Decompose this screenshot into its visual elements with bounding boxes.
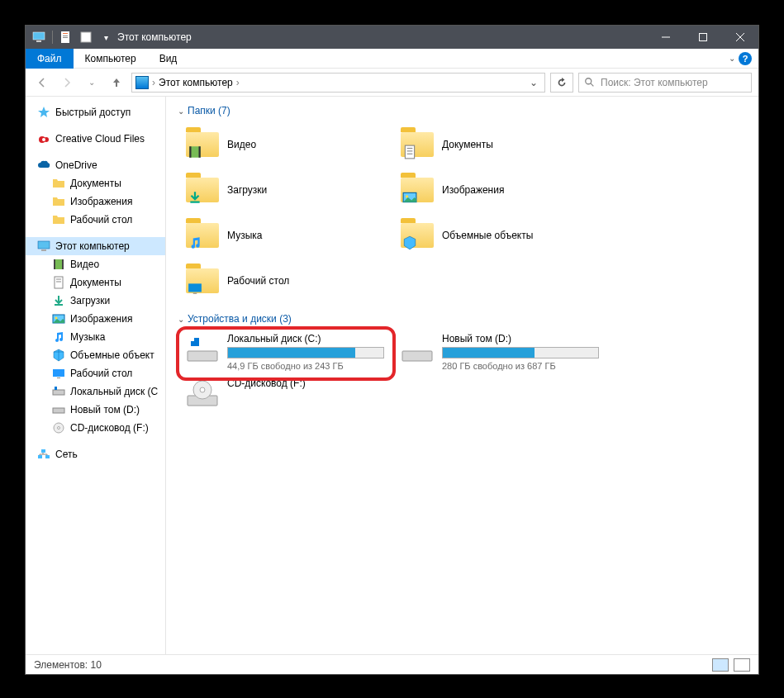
tiles-view-button[interactable] — [734, 658, 750, 672]
svg-rect-17 — [41, 249, 46, 251]
view-menu[interactable]: Вид — [148, 49, 189, 69]
ribbon-expand-icon[interactable]: ⌄ — [729, 54, 735, 63]
folder-label: Видео — [227, 139, 256, 150]
sidebar-item-label: Рабочий стол — [70, 214, 132, 226]
folder-music[interactable]: Музыка — [178, 212, 392, 258]
sidebar-item-this-pc[interactable]: Этот компьютер — [26, 237, 165, 255]
folder-videos[interactable]: Видео — [178, 121, 392, 167]
recent-dropdown[interactable]: ⌄ — [82, 73, 102, 93]
qat-dropdown-icon[interactable]: ▾ — [99, 31, 112, 44]
section-label: Устройства и диски (3) — [188, 313, 292, 325]
sidebar-item-od-desktop[interactable]: Рабочий стол — [26, 211, 165, 229]
svg-rect-21 — [55, 277, 63, 288]
section-label: Папки (7) — [188, 105, 230, 116]
sidebar-item-music[interactable]: Музыка — [26, 328, 165, 346]
svg-rect-39 — [199, 146, 201, 158]
sidebar-item-label: Сеть — [55, 449, 78, 460]
status-item-count: Элементов: 10 — [34, 659, 102, 671]
breadcrumb[interactable]: › Этот компьютер › ⌄ — [131, 73, 545, 93]
help-icon[interactable]: ? — [739, 52, 752, 65]
folder-images[interactable]: Изображения — [392, 167, 607, 212]
sidebar-item-network[interactable]: Сеть — [26, 445, 165, 463]
up-button[interactable] — [107, 73, 126, 93]
sidebar-item-label: Новый том (D:) — [70, 404, 140, 415]
svg-rect-8 — [699, 34, 706, 41]
drive-cd[interactable]: CD-дисковод (F:) — [178, 374, 392, 414]
pc-icon — [37, 240, 50, 253]
navigation-row: ⌄ › Этот компьютер › ⌄ Поиск: Этот компь… — [26, 69, 758, 97]
svg-rect-3 — [63, 33, 68, 34]
sidebar-item-quick-access[interactable]: Быстрый доступ — [26, 103, 165, 121]
svg-rect-51 — [191, 338, 194, 341]
forward-button[interactable] — [57, 73, 77, 93]
folders-section-header[interactable]: ⌄ Папки (7) — [178, 105, 747, 116]
sidebar-item-od-documents[interactable]: Документы — [26, 174, 165, 192]
sidebar-item-label: Документы — [70, 277, 121, 288]
sidebar-item-label: Изображения — [70, 196, 132, 207]
chevron-down-icon: ⌄ — [178, 107, 184, 116]
breadcrumb-dropdown-icon[interactable]: ⌄ — [526, 77, 541, 88]
qat-properties-icon[interactable] — [59, 31, 73, 44]
breadcrumb-location[interactable]: Этот компьютер — [159, 77, 233, 88]
svg-rect-5 — [63, 37, 68, 38]
drive-d[interactable]: Новый том (D:) 280 ГБ свободно из 687 ГБ — [392, 330, 607, 374]
folder-icon — [186, 264, 219, 297]
close-button[interactable] — [721, 26, 758, 49]
folder-downloads[interactable]: Загрузки — [178, 167, 392, 212]
sidebar-item-3d[interactable]: Объемные объект — [26, 346, 165, 364]
sidebar-item-documents[interactable]: Документы — [26, 273, 165, 292]
details-view-button[interactable] — [712, 658, 729, 672]
minimize-button[interactable] — [647, 26, 684, 49]
sidebar-item-drive-d[interactable]: Новый том (D:) — [26, 401, 165, 419]
sidebar-item-label: OneDrive — [55, 159, 97, 171]
svg-rect-27 — [53, 369, 64, 377]
sidebar-item-label: Видео — [70, 259, 99, 270]
sidebar-item-drive-c[interactable]: Локальный диск (C — [26, 382, 165, 401]
svg-rect-36 — [41, 449, 45, 453]
chevron-down-icon: ⌄ — [178, 315, 184, 324]
maximize-button[interactable] — [684, 26, 721, 49]
folder-label: Загрузки — [227, 184, 267, 196]
folder-label: Документы — [442, 139, 493, 150]
cube-icon — [52, 349, 65, 362]
star-icon — [37, 106, 50, 119]
statusbar: Элементов: 10 — [26, 654, 758, 674]
film-icon — [52, 258, 65, 271]
sidebar-item-onedrive[interactable]: OneDrive — [26, 156, 165, 174]
sidebar-item-label: Документы — [70, 178, 121, 189]
refresh-button[interactable] — [550, 73, 573, 93]
sidebar-item-videos[interactable]: Видео — [26, 255, 165, 273]
sidebar-item-od-images[interactable]: Изображения — [26, 192, 165, 211]
computer-menu[interactable]: Компьютер — [74, 49, 148, 69]
sidebar-item-downloads[interactable]: Загрузки — [26, 292, 165, 310]
svg-rect-48 — [193, 292, 197, 293]
svg-point-33 — [58, 427, 60, 430]
svg-rect-19 — [54, 259, 55, 269]
sidebar-item-label: Загрузки — [70, 295, 110, 306]
qat-new-icon[interactable] — [79, 31, 93, 44]
search-placeholder: Поиск: Этот компьютер — [601, 77, 708, 88]
folder-3d[interactable]: Объемные объекты — [392, 212, 607, 258]
folder-icon — [186, 173, 219, 207]
folder-desktop[interactable]: Рабочий стол — [178, 258, 392, 303]
drives-grid: Локальный диск (C:) 44,9 ГБ свободно из … — [178, 330, 747, 414]
folder-icon — [401, 219, 434, 252]
back-button[interactable] — [32, 73, 52, 93]
drive-name: Локальный диск (C:) — [227, 333, 384, 344]
folder-documents[interactable]: Документы — [392, 121, 607, 167]
file-menu[interactable]: Файл — [26, 49, 74, 69]
drive-c[interactable]: Локальный диск (C:) 44,9 ГБ свободно из … — [178, 330, 392, 374]
drive-capacity-bar — [227, 347, 384, 358]
sidebar-item-desktop[interactable]: Рабочий стол — [26, 364, 165, 382]
titlebar: ▾ Этот компьютер — [26, 26, 758, 49]
sidebar-item-images[interactable]: Изображения — [26, 310, 165, 328]
sidebar-item-cd[interactable]: CD-дисковод (F:) — [26, 419, 165, 437]
sidebar-item-creative-cloud[interactable]: Creative Cloud Files — [26, 130, 165, 148]
sidebar-item-label: Быстрый доступ — [55, 107, 131, 118]
drives-section-header[interactable]: ⌄ Устройства и диски (3) — [178, 313, 747, 325]
doc-icon — [52, 276, 65, 289]
svg-rect-47 — [188, 283, 202, 292]
svg-rect-49 — [188, 351, 217, 361]
svg-rect-20 — [62, 259, 64, 269]
search-input[interactable]: Поиск: Этот компьютер — [578, 73, 752, 93]
